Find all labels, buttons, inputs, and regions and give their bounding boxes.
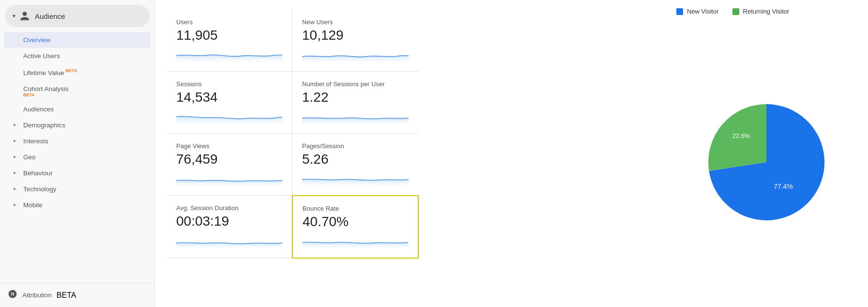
sidebar-footer[interactable]: Attribution BETA (0, 283, 154, 307)
metric-bounce-rate-label: Bounce Rate (303, 205, 408, 212)
sidebar-item-label: Audiences (23, 106, 54, 113)
sidebar-item-label: Interests (23, 138, 48, 145)
sidebar-item-mobile[interactable]: Mobile (0, 197, 154, 213)
attribution-label: Attribution (22, 292, 52, 299)
sidebar-item-lifetime-value[interactable]: Lifetime ValueBETA (0, 64, 154, 81)
sidebar-item-label: Mobile (23, 201, 43, 209)
metric-bounce-rate-value: 40.70% (303, 214, 408, 230)
legend-returning-visitor-dot (732, 8, 739, 15)
metric-pages-session-label: Pages/Session (302, 142, 409, 150)
beta-badge-cohort: BETA (23, 92, 35, 97)
chart-legend: New Visitor Returning Visitor (676, 8, 856, 15)
metric-sessions-per-user-label: Number of Sessions per User (302, 80, 409, 88)
sidebar-item-audiences[interactable]: Audiences (0, 101, 154, 117)
sidebar-item-label: Behaviour (23, 169, 53, 177)
legend-returning-visitor: Returning Visitor (732, 8, 790, 15)
metric-avg-session-duration: Avg. Session Duration 00:03:19 (167, 196, 292, 258)
legend-new-visitor: New Visitor (676, 8, 719, 15)
metric-users-label: Users (176, 18, 282, 26)
main-content: Users 11,905 New Users 10,129 Sessions 1… (155, 0, 665, 307)
sidebar-item-label: Cohort Analysis (23, 85, 69, 92)
sidebar-audience-header[interactable]: ▾ Audience (5, 5, 150, 27)
metric-avg-session-duration-label: Avg. Session Duration (176, 204, 282, 212)
metric-avg-session-duration-value: 00:03:19 (176, 214, 282, 229)
person-icon (19, 11, 30, 21)
sidebar-item-behaviour[interactable]: Behaviour (0, 165, 154, 181)
metric-bounce-rate: Bounce Rate 40.70% (292, 195, 419, 259)
beta-badge-lifetime: BETA (66, 68, 77, 73)
metric-new-users-value: 10,129 (302, 28, 409, 43)
sidebar-item-label: Geo (23, 154, 36, 161)
metric-avg-session-duration-sparkline (176, 233, 282, 248)
sidebar-item-geo[interactable]: Geo (0, 149, 154, 165)
pie-chart: 77.4% 22.6% (699, 94, 834, 230)
metric-users-value: 11,905 (176, 28, 282, 43)
metric-sessions-sparkline (176, 109, 282, 124)
sidebar-item-demographics[interactable]: Demographics (0, 117, 154, 133)
sidebar-audience-label: Audience (35, 12, 65, 20)
legend-new-visitor-label: New Visitor (687, 8, 719, 15)
sidebar-item-label: Technology (23, 185, 56, 193)
metric-sessions-per-user-sparkline (302, 109, 409, 124)
metric-page-views-value: 76,459 (176, 152, 282, 167)
legend-returning-visitor-label: Returning Visitor (743, 8, 790, 15)
pie-label-returning-visitor: 22.6% (732, 132, 750, 139)
metric-users-sparkline (176, 47, 282, 62)
metric-sessions-per-user: Number of Sessions per User 1.22 (292, 72, 418, 134)
sidebar-item-technology[interactable]: Technology (0, 181, 154, 197)
metric-sessions-per-user-value: 1.22 (302, 90, 409, 105)
metric-sessions-label: Sessions (176, 80, 282, 88)
sidebar-item-label: Demographics (23, 122, 65, 129)
sidebar: ▾ Audience Overview Active Users Lifetim… (0, 0, 155, 307)
attribution-icon (8, 289, 17, 301)
right-panel: New Visitor Returning Visitor (665, 0, 868, 307)
metric-new-users-label: New Users (302, 18, 409, 26)
metrics-grid: Users 11,905 New Users 10,129 Sessions 1… (167, 10, 418, 258)
sidebar-item-label: Lifetime Value (23, 69, 64, 77)
metric-new-users-sparkline (302, 47, 409, 62)
sidebar-item-overview[interactable]: Overview (4, 32, 151, 48)
metric-page-views-sparkline (176, 171, 282, 186)
sidebar-item-interests[interactable]: Interests (0, 133, 154, 149)
metric-pages-session: Pages/Session 5.26 (292, 134, 418, 196)
metric-pages-session-sparkline (302, 171, 409, 186)
metric-sessions: Sessions 14,534 (167, 72, 292, 134)
metric-page-views: Page Views 76,459 (167, 134, 292, 196)
metric-users: Users 11,905 (167, 10, 292, 72)
pie-chart-container: 77.4% 22.6% (676, 25, 856, 299)
sidebar-arrow-icon: ▾ (13, 13, 15, 19)
pie-label-new-visitor: 77.4% (774, 183, 793, 190)
sidebar-item-cohort-analysis[interactable]: Cohort Analysis BETA (0, 81, 154, 102)
sidebar-item-label: Overview (23, 36, 50, 44)
metric-pages-session-value: 5.26 (302, 152, 409, 167)
legend-new-visitor-dot (676, 8, 683, 15)
metric-bounce-rate-sparkline (303, 233, 408, 249)
metric-sessions-value: 14,534 (176, 90, 282, 105)
sidebar-item-label: Active Users (23, 52, 60, 60)
sidebar-nav: Overview Active Users Lifetime ValueBETA… (0, 30, 154, 283)
beta-badge-attribution: BETA (57, 291, 76, 300)
metric-page-views-label: Page Views (176, 142, 282, 150)
sidebar-item-active-users[interactable]: Active Users (0, 48, 154, 64)
metric-new-users: New Users 10,129 (292, 10, 418, 72)
